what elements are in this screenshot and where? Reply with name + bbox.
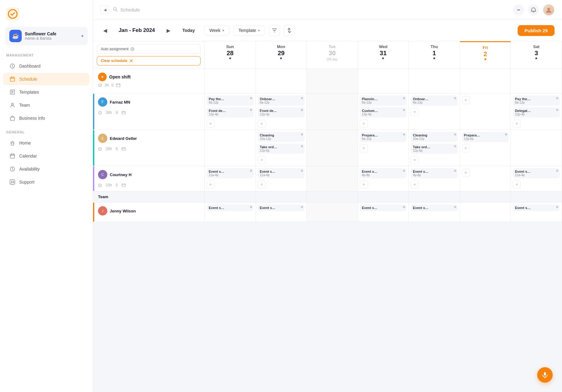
add-shift-button[interactable]: +: [411, 180, 419, 189]
day-dot-fri: [484, 58, 486, 60]
add-shift-button[interactable]: +: [462, 96, 470, 104]
add-shift-button[interactable]: +: [258, 180, 266, 189]
svg-text:24: 24: [11, 180, 14, 184]
day-name-wed: Wed: [360, 44, 406, 49]
workspace-avatar: ☕: [9, 30, 22, 42]
day-num-sun: 28: [207, 50, 253, 57]
sidebar-item-templates[interactable]: Templates: [3, 86, 90, 98]
workspace-card[interactable]: ☕ Sunflower Cafe Admin & Barista ▾: [5, 27, 88, 45]
add-shift-button[interactable]: +: [462, 169, 470, 177]
shift-card[interactable]: Event s…4p-8p: [360, 168, 407, 178]
today-button[interactable]: Today: [177, 26, 200, 35]
add-shift-button[interactable]: +: [258, 120, 266, 128]
shift-card[interactable]: Event s…: [258, 204, 305, 211]
filter-button[interactable]: [269, 25, 280, 36]
edward-day-sun: [205, 130, 256, 166]
shift-card[interactable]: Take ord…12p-6p: [258, 144, 305, 154]
add-shift-button[interactable]: +: [411, 156, 419, 164]
management-section-label: MANAGEMENT: [0, 51, 93, 60]
support-label: Support: [19, 180, 34, 185]
add-shift-button[interactable]: +: [513, 180, 521, 189]
clear-schedule-label: Clear schedule: [101, 59, 127, 63]
shift-card[interactable]: Event s…4p-8p: [411, 168, 458, 178]
add-shift-button[interactable]: +: [258, 156, 266, 164]
shift-card[interactable]: Custom…12p-4p: [360, 107, 407, 118]
add-shift-button[interactable]: +: [360, 180, 368, 189]
calendar-icon: [9, 153, 16, 159]
sidebar-item-dashboard[interactable]: Dashboard: [3, 60, 90, 72]
open-shift-day-wed: [358, 69, 409, 94]
sort-button[interactable]: [284, 25, 295, 36]
shift-dot: [250, 206, 252, 208]
publish-button[interactable]: Publish 25: [518, 25, 555, 36]
shift-dot: [403, 170, 405, 172]
shift-dot: [556, 109, 558, 111]
shift-card[interactable]: Event s…11a-4p: [207, 168, 254, 178]
shift-dot: [454, 170, 456, 172]
shift-card[interactable]: Event s…11a-4p: [258, 168, 305, 178]
edward-day-wed: Prepara…8a-12p +: [358, 130, 409, 166]
shift-card[interactable]: Event s…11a-4p: [513, 168, 560, 178]
courtney-day-sun: Event s…11a-4p +: [205, 166, 256, 191]
shift-dot: [556, 206, 558, 208]
shift-card[interactable]: Event s…: [360, 204, 407, 211]
add-shift-button[interactable]: +: [360, 120, 368, 128]
general-section-label: GENERAL: [0, 128, 93, 136]
shift-card[interactable]: Event s…: [207, 204, 254, 211]
shift-dot: [250, 109, 252, 111]
availability-icon: [9, 166, 16, 172]
clear-schedule-button[interactable]: Clear schedule: [97, 56, 201, 65]
shift-card[interactable]: Plannin…8a-12p: [360, 96, 407, 106]
sidebar-item-calendar[interactable]: Calendar: [3, 150, 90, 162]
shift-card[interactable]: Delegat…12p-4p: [513, 107, 560, 118]
employee-header-edward: E Edward Geller: [98, 134, 199, 143]
farnaz-day-thu: Onboar…8a-12p +: [409, 94, 460, 130]
jenny-day-tue: [307, 203, 358, 222]
notifications-button[interactable]: [528, 4, 539, 16]
day-num-mon: 29: [258, 50, 304, 57]
sidebar-item-schedule[interactable]: Schedule: [3, 73, 90, 85]
day-num-fri: 2: [462, 51, 508, 58]
shift-card[interactable]: Pay the…8a-12p: [513, 96, 560, 106]
courtney-day-fri: +: [460, 166, 511, 191]
template-dropdown[interactable]: Template ▾: [233, 25, 265, 35]
sidebar-item-business-info[interactable]: Business info: [3, 112, 90, 124]
add-shift-button[interactable]: +: [462, 144, 470, 152]
next-week-button[interactable]: ▶: [164, 26, 173, 35]
chat-button[interactable]: [513, 4, 524, 16]
day-num-wed: 31: [360, 50, 406, 57]
shift-card[interactable]: Event s…: [513, 204, 560, 211]
shift-card[interactable]: Front de…12p-4p: [207, 107, 254, 118]
add-shift-button[interactable]: +: [360, 144, 368, 152]
prev-week-button[interactable]: ◀: [100, 26, 110, 35]
sidebar-item-team[interactable]: Team: [3, 99, 90, 111]
voice-assistant-button[interactable]: [537, 367, 553, 383]
employee-header-farnaz: F Farnaz MN: [98, 97, 199, 107]
day-num-sat: 3: [513, 50, 559, 57]
add-shift-button[interactable]: +: [411, 108, 419, 116]
week-view-dropdown[interactable]: Week ▾: [204, 25, 230, 35]
shift-card[interactable]: Pay the…8a-12p: [207, 96, 254, 106]
open-shift-icon: +: [98, 73, 107, 81]
svg-rect-19: [116, 84, 120, 87]
microphone-icon: [542, 372, 548, 378]
sidebar-item-support[interactable]: 24 Support: [3, 176, 90, 188]
shift-card[interactable]: Prepara…12p-6p: [462, 132, 509, 142]
auto-assignment-button[interactable]: Auto assignment: [97, 44, 201, 54]
shift-card[interactable]: Cleaning10a-12p: [258, 132, 305, 142]
add-shift-button[interactable]: +: [207, 120, 215, 128]
shift-card[interactable]: Front de…12p-4p: [258, 107, 305, 118]
shift-card[interactable]: Take ord…12p-6p: [411, 144, 458, 154]
collapse-sidebar-button[interactable]: ◀: [100, 6, 109, 14]
add-shift-button[interactable]: +: [513, 120, 521, 128]
shift-card[interactable]: Onboar…8a-12p: [411, 96, 458, 106]
add-shift-button[interactable]: +: [207, 180, 215, 189]
sidebar-item-availability[interactable]: Availability: [3, 163, 90, 175]
shift-card[interactable]: Cleaning10a-12p: [411, 132, 458, 142]
template-chevron-icon: ▾: [258, 29, 260, 33]
user-avatar[interactable]: [543, 4, 555, 16]
sidebar-item-home[interactable]: Home: [3, 137, 90, 149]
shift-card[interactable]: Event s…: [411, 204, 458, 211]
shift-card[interactable]: Onboar…8a-12p: [258, 96, 305, 106]
shift-card[interactable]: Prepara…8a-12p: [360, 132, 407, 142]
